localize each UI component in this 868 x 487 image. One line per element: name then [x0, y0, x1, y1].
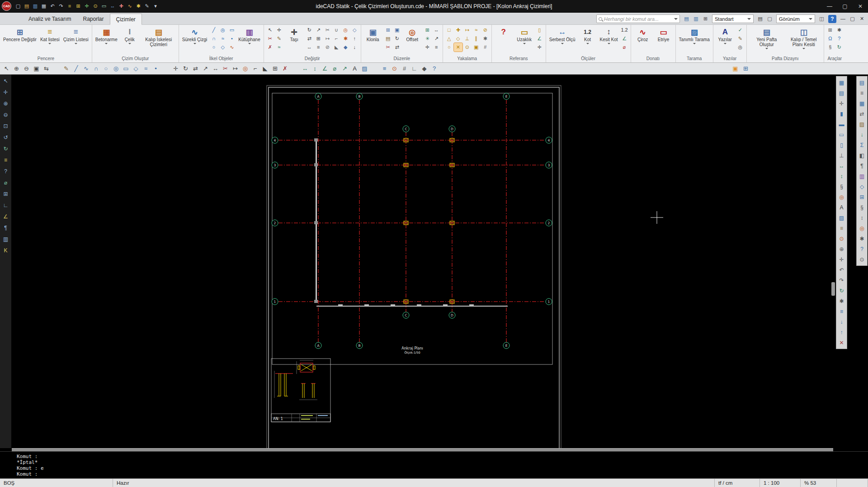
- dim-diameter-icon[interactable]: ⌀: [330, 64, 340, 73]
- array-polar-icon[interactable]: ✳: [423, 34, 432, 43]
- help-tool-icon[interactable]: ?: [835, 34, 844, 43]
- cut2-icon[interactable]: ✂: [384, 43, 392, 52]
- mirror-icon[interactable]: ⇄: [305, 34, 314, 43]
- align-icon[interactable]: ≡: [314, 43, 323, 52]
- display-settings-icon[interactable]: ✱: [837, 297, 846, 305]
- dock-zoom-out-icon[interactable]: ⊖: [1, 110, 10, 119]
- detail-tool-icon[interactable]: ◎: [837, 193, 846, 201]
- settings-panel-icon[interactable]: ✱: [858, 234, 866, 243]
- betonarme-button[interactable]: ▦ Betonarme: [94, 26, 119, 54]
- dock-select-icon[interactable]: ↖: [1, 76, 10, 85]
- point-icon[interactable]: •: [227, 34, 236, 43]
- order-up-icon[interactable]: ↑: [350, 34, 359, 43]
- materials-panel-icon[interactable]: ▨: [858, 120, 866, 128]
- offset-button[interactable]: ◎ Offset: [402, 26, 422, 54]
- slab-tool-icon[interactable]: ▭: [837, 130, 846, 139]
- elevation-tool-icon[interactable]: ↕: [837, 172, 846, 180]
- tab-raporlar[interactable]: Raporlar: [77, 14, 109, 24]
- move-icon[interactable]: ✛: [171, 64, 180, 73]
- select-display-icon[interactable]: ⊞: [701, 15, 710, 23]
- grid2-icon[interactable]: #: [400, 64, 409, 73]
- snap-parallel-icon[interactable]: ∥: [472, 34, 481, 43]
- layer-manager-icon[interactable]: ≡: [837, 224, 846, 232]
- dimension-icon[interactable]: ↔: [108, 2, 117, 10]
- dock-zoom-in-icon[interactable]: ⊕: [1, 99, 10, 108]
- snap-tangent-icon[interactable]: ⊙: [463, 43, 472, 52]
- mdi-restore-button[interactable]: ▢: [848, 15, 857, 23]
- chamfer2-icon[interactable]: ◣: [260, 64, 270, 73]
- layers-icon[interactable]: ≡: [66, 2, 74, 10]
- rotate3-icon[interactable]: ↻: [181, 64, 190, 73]
- spline-icon[interactable]: ≈: [218, 34, 227, 43]
- extend2-icon[interactable]: ↦: [231, 64, 240, 73]
- rotate-icon[interactable]: ↻: [305, 26, 314, 34]
- scale-icon[interactable]: ↗: [314, 26, 323, 34]
- arc2-icon[interactable]: ∩: [91, 64, 101, 73]
- polyline2-icon[interactable]: ∿: [81, 64, 91, 73]
- explode-icon[interactable]: ✱: [341, 34, 350, 43]
- object-snap-icon[interactable]: ⊙: [390, 64, 399, 73]
- scale3-icon[interactable]: ↗: [201, 64, 210, 73]
- update-icon[interactable]: ↻: [835, 43, 844, 52]
- refresh-view-icon[interactable]: ↻: [837, 286, 846, 295]
- brush-icon[interactable]: ✎: [275, 34, 283, 43]
- kalip-temel-plani-kesiti-button[interactable]: ◫ Kalıp / Temel Planı Kesiti: [786, 26, 822, 54]
- print-icon[interactable]: ▦: [40, 2, 48, 10]
- drawing-list-icon[interactable]: ▤: [837, 89, 846, 97]
- mdi-close-button[interactable]: ✕: [858, 15, 866, 23]
- save-icon[interactable]: ▥: [31, 2, 39, 10]
- foundation-tool-icon[interactable]: ⊥: [837, 151, 846, 160]
- select-icon[interactable]: ↖: [266, 26, 274, 34]
- script-icon[interactable]: §: [826, 43, 835, 52]
- maximize-button[interactable]: ▢: [837, 1, 853, 11]
- yazilar-button[interactable]: A Yazılar: [715, 26, 735, 54]
- duplicate-icon[interactable]: ▣: [393, 26, 401, 34]
- pen-icon[interactable]: ✎: [143, 2, 151, 10]
- point2-icon[interactable]: •: [151, 64, 160, 73]
- yeni-pafta-olustur-button[interactable]: ▤ Yeni Pafta Oluştur: [749, 26, 785, 54]
- list-view-icon[interactable]: ≡: [837, 307, 846, 316]
- beam-tool-icon[interactable]: ▬: [837, 120, 846, 128]
- macro-icon[interactable]: Ω: [826, 34, 835, 43]
- open-file-icon[interactable]: ▤: [23, 2, 31, 10]
- dock-layers-icon[interactable]: ≡: [1, 156, 10, 164]
- command-line-area[interactable]: Komut : *İptal* Komut : e Komut :: [0, 451, 868, 478]
- new-sheet-icon[interactable]: ▤: [682, 15, 691, 23]
- marker-icon[interactable]: ✚: [117, 2, 125, 10]
- screen-view-icon[interactable]: ▢: [765, 15, 774, 23]
- pan-tool-icon[interactable]: ✛: [837, 255, 846, 264]
- mirror3-icon[interactable]: ⇄: [191, 64, 200, 73]
- status-units[interactable]: tf / cm: [714, 479, 760, 487]
- results-panel-icon[interactable]: ◧: [858, 151, 866, 160]
- line-icon[interactable]: ╱: [209, 26, 218, 34]
- offset3-icon[interactable]: ◎: [241, 64, 250, 73]
- kat-listesi-button[interactable]: ≡ Kat listesi: [39, 26, 61, 54]
- snap-nearest-icon[interactable]: ≈: [472, 26, 481, 34]
- snap-grid-icon[interactable]: #: [481, 43, 490, 52]
- angle-dim-icon[interactable]: ∠: [620, 34, 629, 43]
- section-tool-icon[interactable]: §: [837, 182, 846, 191]
- trim2-icon[interactable]: ✂: [221, 64, 230, 73]
- info-icon[interactable]: ?: [429, 64, 439, 73]
- paste-icon[interactable]: ▤: [384, 34, 392, 43]
- library-panel-icon[interactable]: ▥: [858, 172, 866, 180]
- object-tree-icon[interactable]: ≡: [858, 89, 866, 97]
- line2-icon[interactable]: ╱: [71, 64, 81, 73]
- find-text-icon[interactable]: ◎: [736, 43, 745, 52]
- xref-panel-icon[interactable]: ⇄: [858, 109, 866, 118]
- redo-view-icon[interactable]: ↷: [837, 276, 846, 284]
- copy-icon[interactable]: ⊞: [384, 26, 392, 34]
- search-input[interactable]: [604, 16, 674, 22]
- undo-view-icon[interactable]: ↶: [837, 265, 846, 274]
- select2-icon[interactable]: ↖: [2, 64, 11, 73]
- cizim-listesi-button[interactable]: ≡ Çizim Listesi: [62, 26, 90, 54]
- edit-text-icon[interactable]: ✎: [736, 34, 745, 43]
- stretch-icon[interactable]: ↔: [305, 43, 314, 52]
- dock-zoom-previous-icon[interactable]: ↺: [1, 133, 10, 142]
- import-drawing-icon[interactable]: ↑: [837, 328, 846, 336]
- wall-tool-icon[interactable]: ▯: [837, 141, 846, 149]
- chamfer-icon[interactable]: ◣: [332, 43, 341, 52]
- kot-12-icon[interactable]: 1.2: [620, 26, 629, 34]
- zoom-tool-icon[interactable]: ⊕: [837, 245, 846, 253]
- standart-combo[interactable]: Standart: [712, 14, 754, 23]
